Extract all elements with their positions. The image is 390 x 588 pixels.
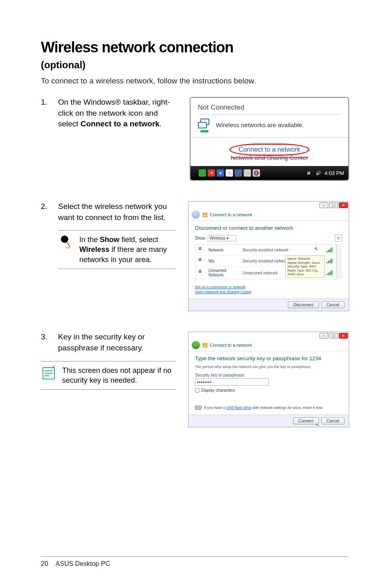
- maximize-button[interactable]: ▢: [329, 202, 338, 208]
- tray-icon[interactable]: [199, 169, 206, 177]
- product-name: ASUS Desktop PC: [56, 560, 110, 568]
- text-fragment: with network settings for asus, insert i…: [251, 406, 323, 410]
- sound-icon[interactable]: 🔊: [315, 169, 322, 177]
- passphrase-input[interactable]: [195, 378, 269, 386]
- step-number: 2.: [41, 201, 50, 223]
- volume-icon[interactable]: 🔇: [253, 169, 260, 177]
- cursor-icon: ↖: [314, 246, 318, 251]
- text-fragment-bold: Connect to a network: [81, 119, 159, 128]
- checkbox-label: Display characters: [201, 388, 235, 393]
- network-list: 🖥 Network Security-enabled network ↖ 🖥 M…: [195, 244, 336, 279]
- signal-icon: [326, 270, 334, 275]
- network-tray-icon[interactable]: 🖥: [305, 169, 312, 177]
- page-footer: 20 ASUS Desktop PC: [41, 557, 349, 568]
- tray-icon[interactable]: [244, 169, 251, 177]
- intro-text: To connect to a wireless network, follow…: [41, 76, 349, 85]
- windows-taskbar: ✕ ∗ ⌂ 🔇 🖥 🔊 4:03 PM: [191, 166, 348, 180]
- tray-icon[interactable]: [235, 169, 242, 177]
- screenshot-network-list: ─ ▢ ✕ ← 📶 Connect to a network Disconnec…: [188, 201, 349, 311]
- screenshot-connect-popup: Not Connected Wireless networks are avai…: [190, 97, 349, 181]
- maximize-button[interactable]: ▢: [329, 333, 338, 339]
- minimize-button[interactable]: ─: [319, 333, 328, 339]
- text-fragment: If you have a: [204, 406, 226, 410]
- link-label: Connect to a network: [238, 146, 300, 153]
- note-text: In the Show field, select Wireless if th…: [79, 235, 176, 265]
- disconnect-button[interactable]: Disconnect: [288, 301, 318, 308]
- network-row[interactable]: 🖥 Unnamed Network Unsecured network: [195, 267, 336, 279]
- tray-icon[interactable]: ✕: [208, 169, 215, 177]
- clock: 4:03 PM: [325, 170, 344, 176]
- cancel-button[interactable]: Cancel: [321, 417, 345, 424]
- note-text: This screen does not appear if no securi…: [62, 366, 176, 386]
- network-name: Network: [208, 248, 239, 252]
- tooltip-line: Name: Network: [287, 257, 323, 261]
- signal-icon: [326, 247, 334, 252]
- step-number: 1.: [41, 97, 50, 130]
- text-fragment-bold: Wireless: [79, 245, 110, 254]
- tooltip-line: Signal Strength: Good: [287, 261, 323, 265]
- field-label: Security key or passphrase: [195, 373, 342, 377]
- network-icon: 🖥: [198, 257, 205, 265]
- cursor-icon: ↖: [316, 422, 319, 428]
- text-fragment: field, select: [119, 236, 158, 244]
- network-row[interactable]: 🖥 Network Security-enabled network ↖: [195, 245, 336, 256]
- back-button[interactable]: ←: [192, 211, 200, 219]
- step-2: 2. Select the wireless network you want …: [41, 201, 349, 311]
- tip-icon: [58, 235, 74, 250]
- page-title: Wireless network connection: [41, 39, 349, 56]
- screenshot-security-key: ─ ▢ ✕ ← 📶 Connect to a network Type the …: [188, 332, 349, 427]
- wifi-icon: 📶: [202, 213, 207, 217]
- step-body: Key in the security key or passphrase if…: [58, 332, 176, 353]
- svg-line-1: [67, 242, 70, 247]
- back-button[interactable]: ←: [192, 341, 200, 349]
- network-name: Unnamed Network: [208, 268, 239, 277]
- network-icon: [198, 118, 212, 132]
- wifi-icon: 📶: [202, 343, 207, 348]
- network-security: Unsecured network: [242, 271, 323, 275]
- page-subtitle: (optional): [41, 59, 349, 71]
- window-title: Connect to a network: [210, 343, 252, 348]
- network-icon: 🖥: [198, 269, 205, 276]
- note-icon: [41, 366, 56, 381]
- step-body: On the Windows® taskbar, right-click on …: [58, 97, 176, 130]
- text-fragment: In the: [79, 236, 100, 244]
- step-body: Select the wireless network you want to …: [58, 201, 176, 223]
- scrollbar[interactable]: [336, 244, 342, 279]
- display-characters-checkbox[interactable]: Display characters: [195, 388, 342, 393]
- connect-to-network-link[interactable]: Connect to a network: [234, 144, 304, 155]
- link-label: Network and Sharing Center: [231, 154, 308, 161]
- network-name: Mic: [208, 259, 239, 263]
- checkbox-icon[interactable]: [195, 388, 199, 393]
- connect-button[interactable]: Connect: [293, 417, 319, 424]
- close-button[interactable]: ✕: [339, 333, 348, 339]
- show-select[interactable]: Wireless ▾: [208, 235, 236, 241]
- open-sharing-center-link[interactable]: Open Network and Sharing Center: [195, 290, 342, 295]
- network-sharing-link[interactable]: Network and Sharing Center: [198, 154, 341, 161]
- bluetooth-icon[interactable]: ∗: [217, 169, 224, 177]
- text-fragment-bold: Show: [100, 236, 119, 244]
- show-label: Show: [195, 236, 205, 240]
- usb-icon: [195, 406, 202, 410]
- wireless-available-text: Wireless networks are available.: [216, 121, 304, 128]
- popup-title: Not Connected: [198, 103, 341, 112]
- dialog-heading: Type the network security key or passphr…: [195, 355, 342, 361]
- signal-icon: [326, 258, 334, 263]
- window-title: Connect to a network: [210, 212, 252, 217]
- usb-flash-link[interactable]: USB flash drive: [226, 406, 251, 410]
- tip-note: In the Show field, select Wireless if th…: [58, 230, 176, 269]
- refresh-button[interactable]: ↻: [335, 234, 342, 242]
- tray-icon[interactable]: ⌂: [226, 169, 233, 177]
- close-button[interactable]: ✕: [339, 202, 348, 208]
- network-security: Security-enabled network: [242, 248, 323, 252]
- minimize-button[interactable]: ─: [319, 202, 328, 208]
- select-value: Wireless: [210, 236, 225, 240]
- network-icon: 🖥: [198, 246, 205, 254]
- svg-point-0: [61, 236, 68, 243]
- info-note: This screen does not appear if no securi…: [41, 361, 176, 390]
- step-1: 1. On the Windows® taskbar, right-click …: [41, 97, 349, 181]
- network-row[interactable]: 🖥 Mic Security-enabled network Name: Net…: [195, 256, 336, 267]
- cancel-button[interactable]: Cancel: [321, 301, 345, 308]
- dialog-subtext: The person who setup the network can giv…: [195, 365, 342, 369]
- step-3: 3. Key in the security key or passphrase…: [41, 332, 349, 427]
- setup-connection-link[interactable]: Set up a connection or network: [195, 285, 342, 290]
